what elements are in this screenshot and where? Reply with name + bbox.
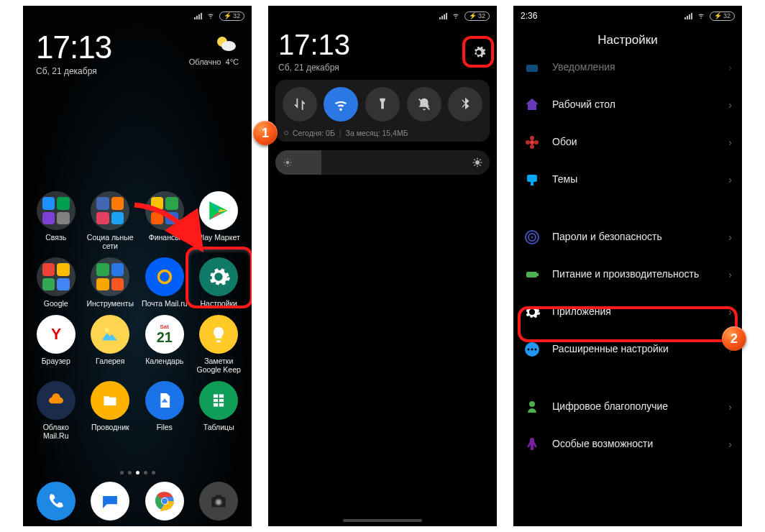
settings-list: Уведомления›Рабочий стол›Обои›Темы›Парол… (513, 58, 742, 463)
dock-messages[interactable] (91, 482, 129, 520)
app-icon[interactable] (37, 257, 75, 296)
dock-phone[interactable] (37, 482, 75, 520)
app-13[interactable]: Проводник (83, 381, 138, 440)
svg-point-2 (153, 266, 175, 288)
dots-icon (523, 341, 541, 358)
app-icon[interactable] (91, 381, 129, 420)
app-15[interactable]: Таблицы (192, 381, 247, 440)
svg-line-43 (480, 159, 481, 160)
weather-widget[interactable]: Облачно 4°C (189, 32, 239, 66)
app-6[interactable]: Почта Mail.ru (137, 257, 192, 308)
qs-dnd-icon[interactable] (407, 87, 441, 121)
dock-camera[interactable] (199, 482, 238, 520)
svg-point-7 (105, 329, 109, 333)
svg-line-42 (480, 165, 481, 166)
app-icon[interactable]: Sat21 (145, 315, 184, 354)
statusbar-time: 2:36 (521, 11, 684, 21)
settings-row-flower[interactable]: Обои› (513, 124, 742, 161)
app-label: Заметки Google Keep (193, 357, 244, 374)
qs-flashlight-icon[interactable] (365, 87, 400, 121)
clock-widget[interactable]: 17:13 Сб, 21 декабря Облачно 4°C (23, 26, 252, 76)
highlight-apps-row (518, 306, 738, 342)
qs-wifi-icon[interactable] (324, 87, 358, 121)
settings-row-home[interactable]: Рабочий стол› (513, 86, 742, 124)
brightness-low-icon (283, 157, 293, 168)
battery-icon (523, 266, 541, 283)
app-icon[interactable] (91, 191, 129, 230)
svg-line-34 (290, 160, 290, 160)
signal-icon (194, 13, 202, 19)
svg-point-1 (221, 41, 236, 51)
qs-data-icon[interactable] (283, 87, 317, 121)
shade-drag-handle[interactable] (343, 519, 422, 522)
app-label: Инструменты (87, 299, 134, 308)
app-4[interactable]: Google (29, 257, 83, 308)
app-icon[interactable] (199, 381, 238, 420)
app-label: Галерея (96, 357, 124, 365)
settings-row-bell[interactable]: Уведомления› (513, 58, 742, 86)
chevron-right-icon: › (728, 99, 732, 111)
settings-row-fingerprint[interactable]: Пароли и безопасность› (513, 219, 742, 256)
app-5[interactable]: Инструменты (83, 257, 138, 308)
settings-row-accessibility[interactable]: Особые возможности› (513, 426, 742, 463)
qs-bluetooth-icon[interactable] (448, 87, 482, 121)
battery-indicator: ⚡32 (710, 12, 735, 21)
svg-rect-45 (526, 65, 538, 72)
wellbeing-icon (523, 398, 541, 416)
app-0[interactable]: Связь (29, 191, 83, 250)
app-label: Календарь (145, 357, 183, 365)
svg-rect-24 (216, 495, 222, 498)
app-12[interactable]: Облако Mail.Ru (29, 381, 83, 440)
settings-row-label: Пароли и безопасность (552, 231, 717, 244)
app-9[interactable]: Галерея (83, 315, 138, 374)
svg-point-19 (162, 498, 168, 504)
app-icon[interactable] (199, 315, 238, 354)
settings-row-label: Уведомления (552, 61, 717, 74)
app-icon[interactable] (145, 381, 184, 420)
settings-row-label: Питание и производительность (552, 268, 717, 281)
chevron-right-icon: › (728, 174, 732, 185)
settings-row-label: Цифровое благополучие (552, 400, 717, 413)
svg-line-41 (474, 159, 475, 160)
svg-rect-57 (537, 273, 539, 276)
app-icon[interactable]: Y (37, 315, 75, 354)
clock-date: Сб, 21 декабря (36, 66, 111, 76)
settings-row-label: Темы (552, 173, 717, 186)
settings-row-wellbeing[interactable]: Цифровое благополучие› (513, 388, 742, 426)
data-usage-row[interactable]: Сегодня: 0Б | За месяц: 15,4МБ (281, 129, 484, 137)
app-icon[interactable] (37, 381, 75, 420)
chevron-right-icon: › (728, 137, 732, 148)
phone-settings: 2:36 ⚡32 Настройки Уведомления›Рабочий с… (513, 6, 742, 526)
app-10[interactable]: Sat21Календарь (137, 315, 192, 374)
chevron-right-icon: › (728, 231, 732, 243)
svg-rect-51 (527, 175, 537, 182)
shade-date: Сб, 21 декабря (278, 63, 487, 73)
app-8[interactable]: YБраузер (29, 315, 83, 374)
app-icon[interactable] (37, 191, 75, 230)
svg-point-36 (475, 160, 480, 165)
signal-icon (684, 13, 692, 19)
app-label: Google (44, 299, 68, 308)
svg-line-44 (474, 165, 475, 166)
app-label: Социа льные сети (84, 233, 136, 250)
phone-quicksettings: ⚡32 17:13 Сб, 21 декабря Сегодня: 0Б | З… (268, 6, 497, 526)
dock-chrome[interactable] (145, 482, 184, 520)
app-icon[interactable] (91, 315, 129, 354)
app-icon[interactable] (91, 257, 129, 296)
app-11[interactable]: Заметки Google Keep (192, 315, 247, 374)
app-14[interactable]: Files (137, 381, 192, 440)
svg-point-14 (45, 490, 67, 512)
shade-clock: 17:13 (278, 29, 487, 61)
svg-point-47 (530, 136, 534, 140)
svg-point-60 (531, 349, 533, 351)
weather-temp: 4°C (226, 58, 239, 66)
settings-row-battery[interactable]: Питание и производительность› (513, 256, 742, 293)
settings-row-brush[interactable]: Темы› (513, 161, 742, 198)
flower-icon (523, 134, 541, 151)
brightness-slider[interactable] (275, 150, 490, 175)
app-1[interactable]: Социа льные сети (83, 191, 138, 250)
app-icon[interactable] (145, 257, 184, 296)
page-indicator (23, 471, 252, 474)
svg-point-46 (530, 140, 534, 145)
battery-indicator: ⚡32 (219, 12, 244, 21)
